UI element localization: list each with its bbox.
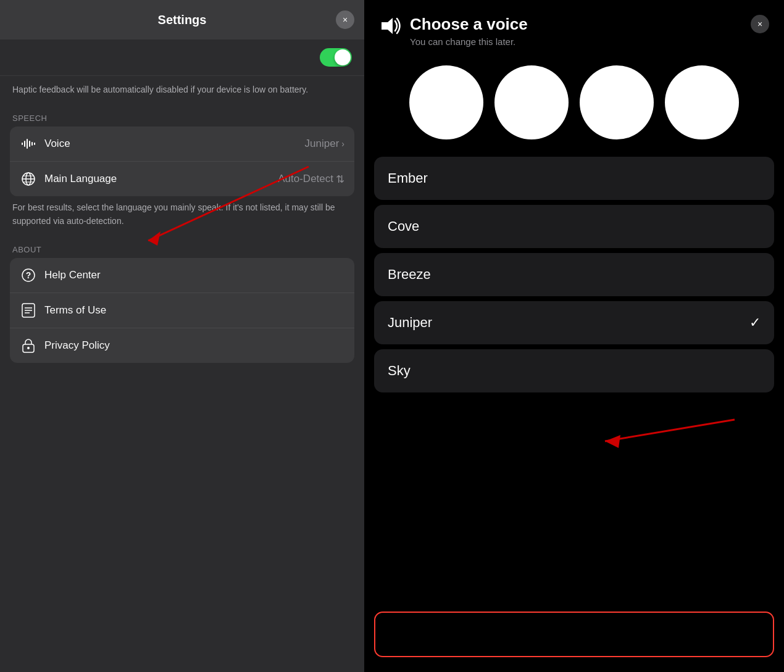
svg-rect-4 [31, 142, 33, 146]
voice-option-ember[interactable]: Ember [374, 157, 774, 200]
voice-option-sky[interactable]: Sky [374, 349, 774, 392]
speech-settings-group: Voice Juniper › Main Langua [10, 127, 354, 196]
avatar-1[interactable] [409, 65, 483, 139]
language-arrows: ⇅ [336, 173, 344, 186]
voice-name-sky: Sky [388, 363, 411, 379]
settings-header: Settings × [0, 0, 364, 39]
speaker-icon [379, 16, 401, 40]
voice-name-cove: Cove [388, 218, 419, 234]
voice-row-value: Juniper › [305, 138, 344, 150]
voice-option-juniper[interactable]: Juniper ✓ [374, 301, 774, 344]
voice-chooser-subtitle: You can change this later. [410, 36, 751, 47]
voice-option-breeze[interactable]: Breeze [374, 253, 774, 296]
terms-of-use-row[interactable]: Terms of Use [10, 292, 354, 328]
svg-rect-5 [34, 143, 35, 145]
avatar-row [364, 59, 784, 157]
haptic-toggle-row [0, 39, 364, 76]
confirm-section: Confirm [364, 602, 784, 672]
haptic-toggle[interactable] [320, 48, 352, 67]
language-row-value: Auto-Detect ⇅ [278, 173, 344, 186]
settings-panel: Settings × Haptic feedback will be autom… [0, 0, 364, 672]
confirm-button[interactable]: Confirm [374, 612, 774, 657]
privacy-policy-label: Privacy Policy [44, 339, 110, 352]
question-circle-icon: ? [20, 267, 37, 284]
help-center-row[interactable]: ? Help Center [10, 258, 354, 292]
privacy-policy-row[interactable]: Privacy Policy [10, 328, 354, 363]
voice-option-cove[interactable]: Cove [374, 205, 774, 248]
globe-icon [20, 170, 37, 188]
voice-chevron: › [341, 139, 344, 149]
voice-header-text: Choose a voice You can change this later… [410, 15, 751, 47]
svg-text:?: ? [26, 270, 31, 280]
voice-chooser-panel: Choose a voice You can change this later… [364, 0, 784, 672]
svg-rect-1 [24, 141, 25, 147]
help-center-label: Help Center [44, 269, 101, 281]
about-group: ? Help Center Terms of Use [10, 258, 354, 363]
settings-body: Haptic feedback will be automatically di… [0, 39, 364, 672]
svg-rect-0 [22, 143, 23, 145]
svg-point-18 [27, 347, 30, 349]
avatar-4[interactable] [665, 65, 739, 139]
voice-chooser-close-button[interactable]: × [751, 15, 769, 33]
voice-name-juniper: Juniper [388, 315, 432, 331]
confirm-button-label: Confirm [550, 626, 598, 642]
voice-row-label: Voice [44, 138, 305, 150]
avatar-2[interactable] [494, 65, 569, 139]
voice-header: Choose a voice You can change this later… [364, 0, 784, 59]
voice-name-breeze: Breeze [388, 267, 431, 283]
language-row-label: Main Language [44, 173, 278, 185]
settings-title: Settings [158, 13, 207, 27]
svg-rect-3 [29, 141, 30, 147]
speech-section-label: SPEECH [0, 109, 364, 127]
haptic-note: Haptic feedback will be automatically di… [0, 76, 364, 109]
doc-list-icon [20, 302, 37, 319]
voice-list: Ember Cove Breeze Juniper ✓ Sky [364, 157, 784, 602]
language-row[interactable]: Main Language Auto-Detect ⇅ [10, 161, 354, 196]
terms-of-use-label: Terms of Use [44, 304, 106, 317]
svg-rect-2 [27, 139, 28, 149]
waveform-icon [20, 135, 37, 152]
avatar-3[interactable] [580, 65, 654, 139]
juniper-checkmark: ✓ [749, 315, 761, 331]
voice-name-ember: Ember [388, 170, 428, 186]
lock-icon [20, 337, 37, 354]
svg-marker-21 [382, 18, 393, 34]
voice-row[interactable]: Voice Juniper › [10, 127, 354, 161]
voice-chooser-title: Choose a voice [410, 15, 751, 34]
settings-close-button[interactable]: × [336, 10, 354, 29]
about-section-label: ABOUT [0, 240, 364, 258]
language-note: For best results, select the language yo… [0, 196, 364, 240]
